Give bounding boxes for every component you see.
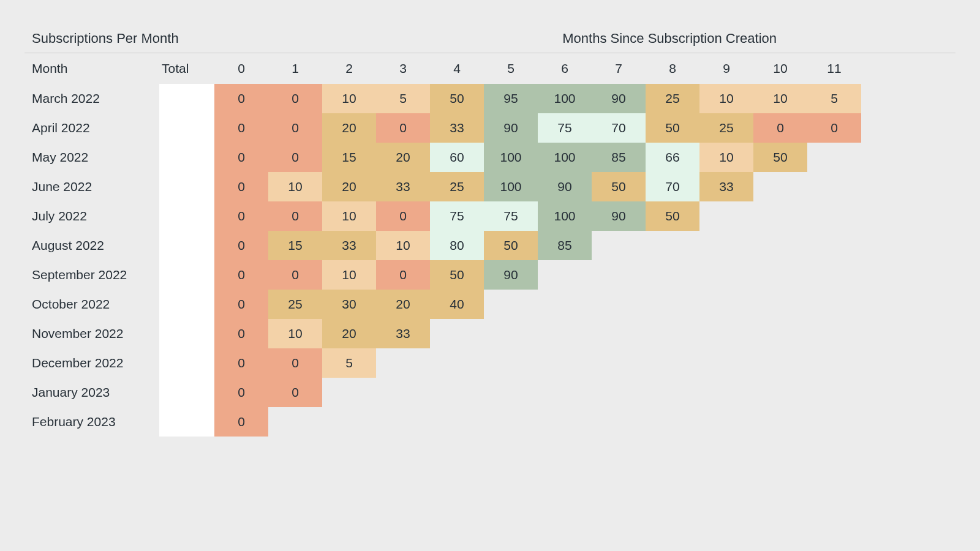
- row-total: [159, 407, 214, 437]
- heat-cell: 90: [484, 260, 538, 290]
- heat-cell: 10: [322, 260, 376, 290]
- heat-cell-empty: [538, 378, 592, 407]
- heat-cell: 50: [646, 201, 699, 231]
- heat-cell: 70: [646, 172, 699, 201]
- heat-cell-empty: [592, 319, 646, 348]
- heat-cell: 10: [322, 201, 376, 231]
- heat-cell: 33: [699, 172, 753, 201]
- heat-cell-empty: [807, 378, 861, 407]
- heat-cell: 0: [214, 84, 268, 113]
- cohort-grid: MonthTotal01234567891011March 2022001055…: [24, 53, 956, 437]
- row-label: August 2022: [24, 231, 159, 260]
- heat-cell: 80: [430, 231, 484, 260]
- heat-cell: 0: [753, 113, 807, 143]
- heat-cell-empty: [699, 231, 753, 260]
- heat-cell: 85: [592, 143, 646, 172]
- heat-cell-empty: [592, 290, 646, 319]
- heat-cell: 85: [538, 231, 592, 260]
- heat-cell: 70: [592, 113, 646, 143]
- row-label: May 2022: [24, 143, 159, 172]
- heat-cell: 10: [376, 231, 430, 260]
- col-header-total: Total: [159, 53, 214, 84]
- heat-cell-empty: [430, 378, 484, 407]
- heat-cell: 0: [214, 407, 268, 437]
- heat-cell: 60: [430, 143, 484, 172]
- heat-cell-empty: [807, 407, 861, 437]
- heat-cell: 100: [484, 143, 538, 172]
- heat-cell-empty: [807, 348, 861, 378]
- heat-cell: 10: [322, 84, 376, 113]
- row-total: [159, 378, 214, 407]
- heat-cell: 90: [592, 84, 646, 113]
- heat-cell: 20: [322, 113, 376, 143]
- heat-cell: 50: [430, 260, 484, 290]
- heat-cell-empty: [430, 407, 484, 437]
- heat-cell: 15: [322, 143, 376, 172]
- row-label: November 2022: [24, 319, 159, 348]
- row-label: February 2023: [24, 407, 159, 437]
- heat-cell-empty: [268, 407, 322, 437]
- heat-cell: 100: [484, 172, 538, 201]
- heat-cell-empty: [699, 260, 753, 290]
- heat-cell: 20: [322, 172, 376, 201]
- col-header-month: Month: [24, 53, 159, 84]
- heat-cell: 0: [268, 201, 322, 231]
- heat-cell: 30: [322, 290, 376, 319]
- heat-cell-empty: [646, 378, 699, 407]
- heat-cell: 0: [268, 143, 322, 172]
- left-title: Subscriptions Per Month: [32, 31, 179, 47]
- heat-cell-empty: [753, 407, 807, 437]
- heat-cell: 10: [753, 84, 807, 113]
- heat-cell: 25: [646, 84, 699, 113]
- heat-cell-empty: [538, 260, 592, 290]
- heat-cell: 50: [592, 172, 646, 201]
- heat-cell: 0: [214, 143, 268, 172]
- heat-cell: 20: [376, 290, 430, 319]
- heat-cell-empty: [699, 290, 753, 319]
- heat-cell-empty: [538, 290, 592, 319]
- heat-cell-empty: [753, 260, 807, 290]
- heat-cell: 33: [376, 172, 430, 201]
- heat-cell: 10: [268, 172, 322, 201]
- heat-cell-empty: [753, 378, 807, 407]
- row-label: March 2022: [24, 84, 159, 113]
- heat-cell: 0: [376, 260, 430, 290]
- heat-cell: 95: [484, 84, 538, 113]
- heat-cell-empty: [646, 290, 699, 319]
- heat-cell-empty: [376, 407, 430, 437]
- heat-cell-empty: [646, 348, 699, 378]
- row-label: September 2022: [24, 260, 159, 290]
- heat-cell-empty: [592, 378, 646, 407]
- col-header-period-11: 11: [807, 53, 861, 84]
- col-header-period-9: 9: [699, 53, 753, 84]
- col-header-period-5: 5: [484, 53, 538, 84]
- row-label: July 2022: [24, 201, 159, 231]
- heat-cell-empty: [807, 319, 861, 348]
- heat-cell: 0: [214, 378, 268, 407]
- heat-cell-empty: [699, 378, 753, 407]
- heat-cell-empty: [592, 260, 646, 290]
- heat-cell: 50: [753, 143, 807, 172]
- heat-cell-empty: [646, 407, 699, 437]
- heat-cell: 25: [268, 290, 322, 319]
- heat-cell: 75: [538, 113, 592, 143]
- col-header-period-0: 0: [214, 53, 268, 84]
- row-total: [159, 84, 214, 113]
- heat-cell-empty: [592, 407, 646, 437]
- heat-cell: 100: [538, 143, 592, 172]
- col-header-period-10: 10: [753, 53, 807, 84]
- heat-cell: 0: [807, 113, 861, 143]
- heat-cell: 33: [430, 113, 484, 143]
- heat-cell: 0: [268, 260, 322, 290]
- right-title: Months Since Subscription Creation: [562, 31, 777, 47]
- heat-cell-empty: [807, 231, 861, 260]
- heat-cell: 100: [538, 84, 592, 113]
- heat-cell-empty: [753, 172, 807, 201]
- heat-cell-empty: [592, 231, 646, 260]
- heat-cell-empty: [753, 348, 807, 378]
- heat-cell: 0: [214, 290, 268, 319]
- heat-cell: 25: [430, 172, 484, 201]
- heat-cell-empty: [376, 348, 430, 378]
- heat-cell: 33: [322, 231, 376, 260]
- row-total: [159, 260, 214, 290]
